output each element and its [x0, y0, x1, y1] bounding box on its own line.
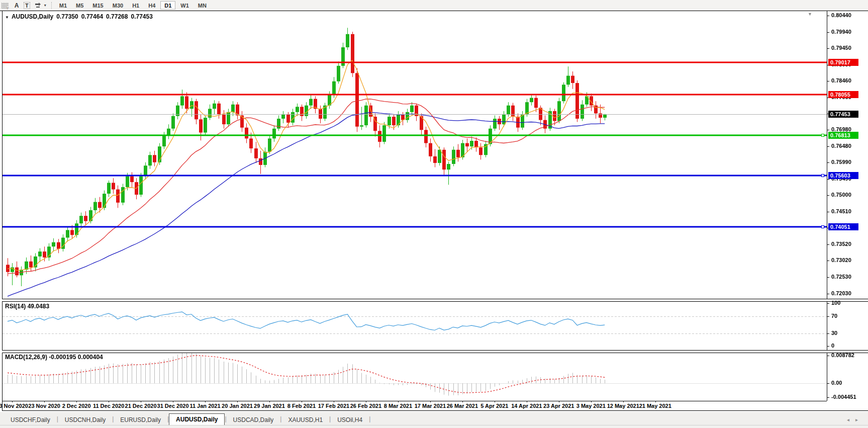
price-tick-label: 0.75000 [831, 192, 851, 198]
date-tick-mark [527, 401, 527, 402]
timeframe-button-m15[interactable]: M15 [88, 1, 107, 10]
date-tick-mark [623, 401, 624, 402]
timeframe-button-mn[interactable]: MN [194, 1, 211, 10]
date-label: 11 Jan 2021 [189, 403, 220, 409]
rsi-tick-mark [827, 303, 829, 304]
cascade-arrows-icon [34, 2, 42, 9]
date-tick-mark [237, 401, 238, 402]
date-tick-mark [366, 401, 366, 402]
chart-tabs-bar: USDCHF,Daily|USDCNH,Daily|EURUSD,Daily|A… [0, 411, 868, 425]
date-tick-mark [655, 401, 656, 402]
date-label: 23 Apr 2021 [543, 403, 574, 409]
price-pane-canvas[interactable] [3, 12, 827, 299]
price-tick-label: 0.74510 [831, 208, 851, 214]
timeframe-button-m1[interactable]: M1 [55, 1, 71, 10]
macd-tick-label: 0.00 [831, 380, 842, 386]
ohlc-low: 0.77268 [106, 13, 128, 20]
date-label: 20 Jan 2021 [222, 403, 253, 409]
timeframe-button-d1[interactable]: D1 [160, 1, 175, 10]
date-label: 17 Feb 2021 [318, 403, 349, 409]
toolbar-separator [51, 2, 52, 9]
ohlc-open: 0.77350 [56, 13, 78, 20]
tab-xauusd[interactable]: XAUUSD,H1 [281, 415, 329, 425]
tab-usoil[interactable]: USOil,H4 [331, 415, 369, 425]
macd-tick-mark [827, 356, 829, 356]
chart-top-border [0, 11, 868, 11]
date-label: 21 Dec 2020 [125, 403, 157, 409]
date-tick-mark [109, 401, 109, 402]
rsi-tick-mark [827, 333, 829, 334]
chart-tabs: USDCHF,Daily|USDCNH,Daily|EURUSD,Daily|A… [0, 412, 370, 425]
font-tool-button[interactable]: A [12, 1, 22, 10]
price-tick-mark [827, 16, 829, 16]
timeframe-button-h1[interactable]: H1 [128, 1, 143, 10]
date-label: 2 Dec 2020 [62, 403, 91, 409]
rsi-pane-separator[interactable] [2, 299, 868, 302]
tab-audusd[interactable]: AUDUSD,Daily [169, 413, 225, 425]
date-label: 26 Mar 2021 [447, 403, 478, 409]
time-axis[interactable]: 13 Nov 202023 Nov 20202 Dec 202011 Dec 2… [3, 401, 827, 410]
rsi-label: RSI(14) 49.0483 [5, 303, 49, 310]
price-tick-mark [827, 32, 829, 33]
rsi-tick-mark [827, 316, 829, 317]
macd-pane-separator[interactable] [2, 350, 868, 353]
price-level-label: 0.78055 [828, 91, 858, 98]
timeframe-button-m30[interactable]: M30 [109, 1, 127, 10]
date-label: 31 Dec 2020 [157, 403, 189, 409]
metatrader-window: F A T ▾ M1M5M15M30H1H4D1W1MN ▼AUDUSD,Dai… [0, 0, 868, 428]
date-tick-mark [430, 401, 431, 402]
timeframe-button-w1[interactable]: W1 [176, 1, 193, 10]
tab-eurusd[interactable]: EURUSD,Daily [114, 415, 167, 425]
timeframe-button-m5[interactable]: M5 [72, 1, 87, 10]
price-tick-mark [827, 261, 829, 261]
timeframe-button-h4[interactable]: H4 [144, 1, 159, 10]
date-tick-mark [12, 401, 13, 402]
price-tick-label: 0.79450 [831, 45, 851, 51]
chart-symbol-label: AUDUSD,Daily [12, 13, 53, 20]
tab-divider: | [369, 415, 370, 422]
price-tick-mark [827, 244, 829, 245]
date-label: 17 Mar 2021 [415, 403, 446, 409]
tab-usdchf[interactable]: USDCHF,Daily [4, 415, 57, 425]
arrow-tool-dropdown-caret-icon[interactable]: ▾ [44, 3, 46, 8]
toolbar-grip-icon[interactable]: F [2, 3, 9, 9]
chart-dropdown-icon[interactable]: ▼ [808, 12, 812, 17]
price-tick-label: 0.78460 [831, 77, 851, 83]
date-tick-mark [44, 401, 45, 402]
date-label: 21 May 2021 [639, 403, 671, 409]
date-label: 11 Dec 2020 [93, 403, 124, 409]
date-label: 26 Feb 2021 [350, 403, 381, 409]
date-tick-mark [398, 401, 399, 402]
rsi-pane-canvas[interactable] [3, 301, 827, 351]
chart-header: ▼AUDUSD,Daily0.773500.774640.772680.7745… [5, 13, 156, 20]
timeframe-buttons: M1M5M15M30H1H4D1W1MN [55, 1, 211, 10]
price-axis[interactable]: 0.804400.799400.794500.789500.784600.779… [827, 0, 868, 428]
rsi-tick-mark [827, 346, 829, 347]
macd-pane-canvas[interactable] [3, 352, 827, 400]
price-tick-label: 0.72030 [831, 290, 851, 296]
chart-context-icon[interactable]: ▼ [5, 15, 9, 20]
price-tick-mark [827, 48, 829, 49]
date-tick-mark [269, 401, 270, 402]
price-tick-mark [827, 81, 829, 81]
date-tick-mark [462, 401, 463, 402]
price-tick-label: 0.73520 [831, 241, 851, 247]
price-tick-label: 0.80440 [831, 12, 851, 18]
price-tick-mark [827, 195, 829, 196]
price-tick-label: 0.72530 [831, 274, 851, 280]
date-tick-mark [591, 401, 592, 402]
text-label-tool-button[interactable]: T [22, 1, 32, 10]
arrow-style-tool-button[interactable] [32, 1, 44, 10]
date-tick-mark [334, 401, 334, 402]
date-label: 29 Jan 2021 [254, 403, 285, 409]
price-tick-mark [827, 179, 829, 180]
rsi-tick-label: 100 [831, 300, 840, 306]
date-label: 14 Apr 2021 [511, 403, 542, 409]
date-tick-mark [559, 401, 559, 402]
tab-usdcnh[interactable]: USDCNH,Daily [58, 415, 112, 425]
date-label: 3 May 2021 [576, 403, 606, 409]
date-tick-mark [495, 401, 495, 402]
tab-usdcad[interactable]: USDCAD,Daily [227, 415, 280, 425]
price-tick-mark [827, 277, 829, 278]
rsi-tick-label: 30 [831, 330, 837, 336]
